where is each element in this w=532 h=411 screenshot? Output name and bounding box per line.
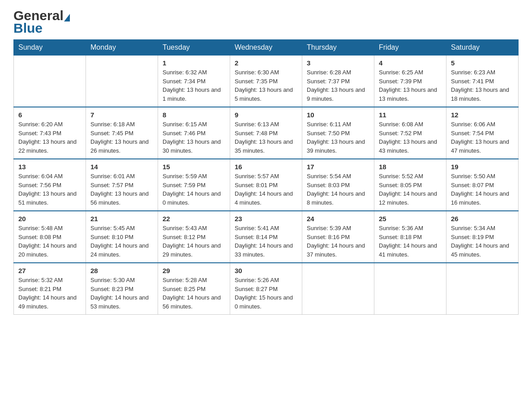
logo-blue-text: Blue <box>13 21 70 35</box>
day-of-week-header: Friday <box>374 40 446 56</box>
calendar-day-cell: 1Sunrise: 6:32 AM Sunset: 7:34 PM Daylig… <box>158 56 230 107</box>
day-info: Sunrise: 5:50 AM Sunset: 8:07 PM Dayligh… <box>451 172 514 207</box>
day-number: 3 <box>307 59 369 67</box>
day-info: Sunrise: 6:01 AM Sunset: 7:57 PM Dayligh… <box>90 172 153 207</box>
calendar-day-cell: 26Sunrise: 5:34 AM Sunset: 8:19 PM Dayli… <box>446 211 519 263</box>
day-info: Sunrise: 6:06 AM Sunset: 7:54 PM Dayligh… <box>451 120 514 155</box>
day-number: 5 <box>451 59 514 67</box>
calendar-header-row: SundayMondayTuesdayWednesdayThursdayFrid… <box>14 40 519 56</box>
day-of-week-header: Thursday <box>302 40 374 56</box>
calendar-table: SundayMondayTuesdayWednesdayThursdayFrid… <box>13 39 519 315</box>
day-info: Sunrise: 5:26 AM Sunset: 8:27 PM Dayligh… <box>235 276 297 311</box>
day-info: Sunrise: 6:11 AM Sunset: 7:50 PM Dayligh… <box>307 120 369 155</box>
calendar-day-cell <box>14 56 86 107</box>
day-info: Sunrise: 5:28 AM Sunset: 8:25 PM Dayligh… <box>163 276 225 311</box>
day-number: 22 <box>163 215 225 223</box>
day-info: Sunrise: 6:13 AM Sunset: 7:48 PM Dayligh… <box>235 120 297 155</box>
day-info: Sunrise: 5:34 AM Sunset: 8:19 PM Dayligh… <box>451 224 514 259</box>
calendar-day-cell: 30Sunrise: 5:26 AM Sunset: 8:27 PM Dayli… <box>230 263 302 315</box>
calendar-day-cell: 16Sunrise: 5:57 AM Sunset: 8:01 PM Dayli… <box>230 159 302 211</box>
calendar-day-cell: 28Sunrise: 5:30 AM Sunset: 8:23 PM Dayli… <box>86 263 158 315</box>
day-info: Sunrise: 5:59 AM Sunset: 7:59 PM Dayligh… <box>163 172 225 207</box>
calendar-day-cell: 29Sunrise: 5:28 AM Sunset: 8:25 PM Dayli… <box>158 263 230 315</box>
day-number: 24 <box>307 215 369 223</box>
day-number: 20 <box>18 215 81 223</box>
day-number: 29 <box>163 267 225 274</box>
day-number: 21 <box>90 215 153 223</box>
calendar-day-cell: 4Sunrise: 6:25 AM Sunset: 7:39 PM Daylig… <box>374 56 446 107</box>
day-info: Sunrise: 6:30 AM Sunset: 7:35 PM Dayligh… <box>235 68 297 103</box>
calendar-day-cell: 6Sunrise: 6:20 AM Sunset: 7:43 PM Daylig… <box>14 107 86 159</box>
calendar-week-row: 6Sunrise: 6:20 AM Sunset: 7:43 PM Daylig… <box>14 107 519 159</box>
logo-triangle-icon <box>64 14 70 21</box>
calendar-day-cell: 3Sunrise: 6:28 AM Sunset: 7:37 PM Daylig… <box>302 56 374 107</box>
calendar-day-cell: 12Sunrise: 6:06 AM Sunset: 7:54 PM Dayli… <box>446 107 519 159</box>
day-number: 18 <box>379 163 442 171</box>
calendar-day-cell: 11Sunrise: 6:08 AM Sunset: 7:52 PM Dayli… <box>374 107 446 159</box>
day-number: 25 <box>379 215 442 223</box>
day-of-week-header: Wednesday <box>230 40 302 56</box>
calendar-day-cell: 9Sunrise: 6:13 AM Sunset: 7:48 PM Daylig… <box>230 107 302 159</box>
day-info: Sunrise: 5:48 AM Sunset: 8:08 PM Dayligh… <box>18 224 81 259</box>
day-number: 11 <box>379 111 442 119</box>
calendar-day-cell: 25Sunrise: 5:36 AM Sunset: 8:18 PM Dayli… <box>374 211 446 263</box>
day-info: Sunrise: 5:36 AM Sunset: 8:18 PM Dayligh… <box>379 224 442 259</box>
day-info: Sunrise: 6:28 AM Sunset: 7:37 PM Dayligh… <box>307 68 369 103</box>
day-number: 10 <box>307 111 369 119</box>
day-number: 6 <box>18 111 81 119</box>
calendar-day-cell: 21Sunrise: 5:45 AM Sunset: 8:10 PM Dayli… <box>86 211 158 263</box>
day-info: Sunrise: 6:04 AM Sunset: 7:56 PM Dayligh… <box>18 172 81 207</box>
day-number: 13 <box>18 163 81 171</box>
day-number: 7 <box>90 111 153 119</box>
day-info: Sunrise: 6:15 AM Sunset: 7:46 PM Dayligh… <box>163 120 225 155</box>
calendar-day-cell: 13Sunrise: 6:04 AM Sunset: 7:56 PM Dayli… <box>14 159 86 211</box>
day-number: 9 <box>235 111 297 119</box>
day-info: Sunrise: 5:43 AM Sunset: 8:12 PM Dayligh… <box>163 224 225 259</box>
day-number: 16 <box>235 163 297 171</box>
day-number: 27 <box>18 267 81 274</box>
calendar-day-cell: 23Sunrise: 5:41 AM Sunset: 8:14 PM Dayli… <box>230 211 302 263</box>
calendar-day-cell: 8Sunrise: 6:15 AM Sunset: 7:46 PM Daylig… <box>158 107 230 159</box>
day-number: 14 <box>90 163 153 171</box>
day-info: Sunrise: 5:54 AM Sunset: 8:03 PM Dayligh… <box>307 172 369 207</box>
calendar-day-cell: 5Sunrise: 6:23 AM Sunset: 7:41 PM Daylig… <box>446 56 519 107</box>
day-number: 30 <box>235 267 297 274</box>
calendar-day-cell <box>446 263 519 315</box>
page-header: General Blue <box>13 9 519 35</box>
day-number: 17 <box>307 163 369 171</box>
day-info: Sunrise: 6:32 AM Sunset: 7:34 PM Dayligh… <box>163 68 225 103</box>
calendar-day-cell: 20Sunrise: 5:48 AM Sunset: 8:08 PM Dayli… <box>14 211 86 263</box>
day-number: 1 <box>163 59 225 67</box>
calendar-day-cell <box>374 263 446 315</box>
calendar-day-cell: 17Sunrise: 5:54 AM Sunset: 8:03 PM Dayli… <box>302 159 374 211</box>
day-info: Sunrise: 5:52 AM Sunset: 8:05 PM Dayligh… <box>379 172 442 207</box>
day-of-week-header: Saturday <box>446 40 519 56</box>
day-info: Sunrise: 5:30 AM Sunset: 8:23 PM Dayligh… <box>90 276 153 311</box>
day-info: Sunrise: 5:41 AM Sunset: 8:14 PM Dayligh… <box>235 224 297 259</box>
calendar-day-cell: 15Sunrise: 5:59 AM Sunset: 7:59 PM Dayli… <box>158 159 230 211</box>
logo: General Blue <box>13 9 70 35</box>
calendar-day-cell: 10Sunrise: 6:11 AM Sunset: 7:50 PM Dayli… <box>302 107 374 159</box>
day-of-week-header: Monday <box>86 40 158 56</box>
day-number: 15 <box>163 163 225 171</box>
calendar-week-row: 1Sunrise: 6:32 AM Sunset: 7:34 PM Daylig… <box>14 56 519 107</box>
calendar-day-cell <box>302 263 374 315</box>
calendar-day-cell: 18Sunrise: 5:52 AM Sunset: 8:05 PM Dayli… <box>374 159 446 211</box>
calendar-day-cell: 14Sunrise: 6:01 AM Sunset: 7:57 PM Dayli… <box>86 159 158 211</box>
day-number: 23 <box>235 215 297 223</box>
day-of-week-header: Sunday <box>14 40 86 56</box>
day-info: Sunrise: 6:20 AM Sunset: 7:43 PM Dayligh… <box>18 120 81 155</box>
day-info: Sunrise: 5:45 AM Sunset: 8:10 PM Dayligh… <box>90 224 153 259</box>
day-info: Sunrise: 6:23 AM Sunset: 7:41 PM Dayligh… <box>451 68 514 103</box>
day-info: Sunrise: 6:08 AM Sunset: 7:52 PM Dayligh… <box>379 120 442 155</box>
day-info: Sunrise: 5:32 AM Sunset: 8:21 PM Dayligh… <box>18 276 81 311</box>
day-number: 19 <box>451 163 514 171</box>
calendar-week-row: 13Sunrise: 6:04 AM Sunset: 7:56 PM Dayli… <box>14 159 519 211</box>
calendar-day-cell: 24Sunrise: 5:39 AM Sunset: 8:16 PM Dayli… <box>302 211 374 263</box>
day-number: 2 <box>235 59 297 67</box>
calendar-day-cell: 2Sunrise: 6:30 AM Sunset: 7:35 PM Daylig… <box>230 56 302 107</box>
calendar-day-cell: 7Sunrise: 6:18 AM Sunset: 7:45 PM Daylig… <box>86 107 158 159</box>
calendar-day-cell: 19Sunrise: 5:50 AM Sunset: 8:07 PM Dayli… <box>446 159 519 211</box>
day-number: 4 <box>379 59 442 67</box>
day-number: 8 <box>163 111 225 119</box>
